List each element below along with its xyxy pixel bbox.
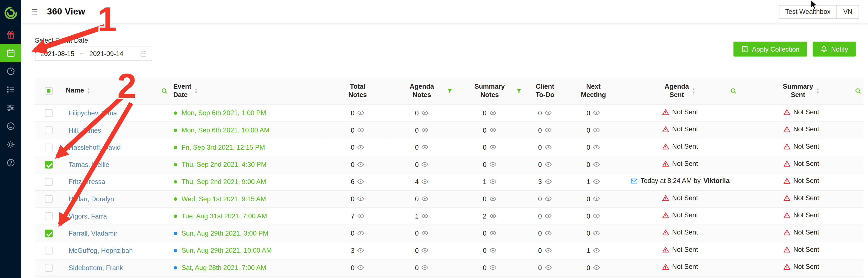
client-name-link[interactable]: Hill, James <box>68 126 101 134</box>
view-agenda-notes-icon[interactable] <box>422 195 429 202</box>
view-agenda-notes-icon[interactable] <box>422 127 429 134</box>
row-checkbox[interactable] <box>45 212 53 220</box>
end-date-value[interactable]: 2021-09-14 <box>89 50 123 58</box>
view-agenda-notes-icon[interactable] <box>422 212 429 220</box>
view-summary-notes-icon[interactable] <box>489 195 497 202</box>
sidebar-item-gifts[interactable] <box>0 26 21 44</box>
view-next-meeting-icon[interactable] <box>593 230 600 237</box>
sidebar-item-feedback[interactable] <box>0 117 21 135</box>
view-total-notes-icon[interactable] <box>357 127 364 134</box>
sidebar-item-help[interactable] <box>0 154 21 172</box>
view-summary-notes-icon[interactable] <box>489 264 497 271</box>
row-checkbox[interactable] <box>45 109 53 117</box>
view-client-todo-icon[interactable] <box>545 109 552 116</box>
view-client-todo-icon[interactable] <box>545 212 552 220</box>
view-next-meeting-icon[interactable] <box>593 264 600 271</box>
client-name-link[interactable]: Farrall, Vladamir <box>68 229 117 237</box>
view-next-meeting-icon[interactable] <box>593 247 600 254</box>
view-summary-notes-icon[interactable] <box>489 127 497 134</box>
name-sort-control[interactable]: ▲▼ <box>87 87 90 94</box>
view-client-todo-icon[interactable] <box>545 161 552 168</box>
view-client-todo-icon[interactable] <box>545 144 552 151</box>
view-client-todo-icon[interactable] <box>545 178 552 185</box>
view-next-meeting-icon[interactable] <box>593 161 600 168</box>
agenda-sent-search-icon[interactable] <box>730 87 737 94</box>
notify-button[interactable]: Notify <box>813 41 856 56</box>
view-agenda-notes-icon[interactable] <box>422 178 429 185</box>
row-checkbox[interactable] <box>45 161 53 168</box>
client-name-link[interactable]: McGuffog, Hephzibah <box>68 246 133 254</box>
sidebar-item-list[interactable] <box>0 80 21 99</box>
view-total-notes-icon[interactable] <box>357 247 364 254</box>
client-name-link[interactable]: Sidebottom, Frank <box>68 264 123 271</box>
view-client-todo-icon[interactable] <box>545 247 552 254</box>
row-checkbox[interactable] <box>45 247 53 254</box>
view-total-notes-icon[interactable] <box>357 178 364 185</box>
view-agenda-notes-icon[interactable] <box>422 109 429 116</box>
sidebar-item-settings[interactable] <box>0 135 21 154</box>
view-client-todo-icon[interactable] <box>545 127 552 134</box>
client-name-link[interactable]: Filipychev, Dima <box>68 109 117 117</box>
client-name-link[interactable]: Vigors, Farra <box>68 212 107 220</box>
client-name-link[interactable]: Tamas, Mellie <box>68 161 109 168</box>
view-next-meeting-icon[interactable] <box>593 178 600 185</box>
sidebar-item-controls[interactable] <box>0 99 21 117</box>
start-date-value[interactable]: 2021-08-15 <box>40 50 74 58</box>
menu-toggle-button[interactable] <box>30 7 39 16</box>
view-summary-notes-icon[interactable] <box>489 144 497 151</box>
event-date-range-picker[interactable]: 2021-08-15 ~ 2021-09-14 <box>35 47 152 61</box>
view-client-todo-icon[interactable] <box>545 264 552 271</box>
row-checkbox[interactable] <box>45 264 53 272</box>
view-total-notes-icon[interactable] <box>357 161 364 168</box>
row-checkbox[interactable] <box>45 229 53 237</box>
warning-icon <box>783 263 790 271</box>
view-next-meeting-icon[interactable] <box>593 212 600 220</box>
summary-sent-status: Not Sent <box>783 263 819 271</box>
table-row: Hallan, Doralyn Wed, Sep 1st 2021, 9:15 … <box>35 190 864 207</box>
user-button[interactable]: VN <box>837 5 859 19</box>
view-next-meeting-icon[interactable] <box>593 144 600 151</box>
view-summary-notes-icon[interactable] <box>489 161 497 168</box>
row-checkbox[interactable] <box>45 178 53 186</box>
sidebar-item-dashboard[interactable] <box>0 62 21 80</box>
row-checkbox[interactable] <box>45 195 53 203</box>
view-next-meeting-icon[interactable] <box>593 109 600 116</box>
view-agenda-notes-icon[interactable] <box>422 144 429 151</box>
view-agenda-notes-icon[interactable] <box>422 264 429 271</box>
event-date: Tue, Aug 31st 2021, 7:00 AM <box>182 212 267 220</box>
view-next-meeting-icon[interactable] <box>593 127 600 134</box>
view-total-notes-icon[interactable] <box>357 144 364 151</box>
view-summary-notes-icon[interactable] <box>489 247 497 254</box>
row-checkbox[interactable] <box>45 127 53 134</box>
row-checkbox[interactable] <box>45 143 53 151</box>
view-summary-notes-icon[interactable] <box>489 109 497 116</box>
summary-sent-search-icon[interactable] <box>855 87 861 94</box>
client-name-link[interactable]: Hallan, Doralyn <box>68 195 114 202</box>
view-agenda-notes-icon[interactable] <box>422 161 429 168</box>
view-summary-notes-icon[interactable] <box>489 178 497 185</box>
summary-sent-sort-control[interactable]: ▲▼ <box>816 87 820 94</box>
view-next-meeting-icon[interactable] <box>593 195 600 202</box>
event-date-sort-control[interactable]: ▲▼ <box>194 87 198 94</box>
view-client-todo-icon[interactable] <box>545 230 552 237</box>
view-total-notes-icon[interactable] <box>357 212 364 220</box>
summary-notes-filter-icon[interactable] <box>516 88 522 94</box>
view-total-notes-icon[interactable] <box>357 195 364 202</box>
agenda-notes-filter-icon[interactable] <box>447 88 453 94</box>
name-search-icon[interactable] <box>161 87 168 94</box>
view-total-notes-icon[interactable] <box>357 230 364 237</box>
select-all-checkbox[interactable] <box>45 87 53 95</box>
view-agenda-notes-icon[interactable] <box>422 247 429 254</box>
apply-collection-button[interactable]: Apply Collection <box>734 41 807 56</box>
view-client-todo-icon[interactable] <box>545 195 552 202</box>
view-total-notes-icon[interactable] <box>357 264 364 271</box>
view-summary-notes-icon[interactable] <box>489 212 497 220</box>
workspace-button[interactable]: Test Wealthbox <box>779 5 837 19</box>
agenda-sent-sort-control[interactable]: ▲▼ <box>692 87 695 94</box>
client-name-link[interactable]: Fritz, Tressa <box>68 178 105 186</box>
client-name-link[interactable]: Hasslehoff, David <box>68 143 121 151</box>
sidebar-item-events[interactable] <box>0 44 21 62</box>
view-total-notes-icon[interactable] <box>357 109 364 116</box>
view-summary-notes-icon[interactable] <box>489 230 497 237</box>
view-agenda-notes-icon[interactable] <box>422 230 429 237</box>
